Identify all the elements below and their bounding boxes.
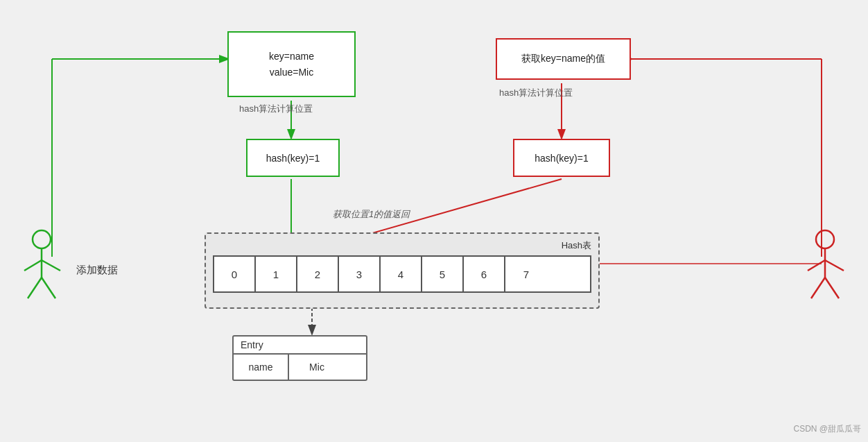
red-box-hash: hash(key)=1 [513,139,610,177]
svg-line-12 [24,260,42,271]
hash-cell-6: 6 [464,257,505,291]
svg-point-10 [33,230,51,248]
canvas: 添加数据 key=name value=Mic hash算法计算位置 hash(… [0,0,868,442]
svg-line-14 [28,278,42,298]
green-box-keyvalue: key=name value=Mic [227,31,356,97]
get-value-label: 获取位置1的值返回 [333,208,410,221]
hash-cell-1: 1 [256,257,297,291]
green-box-line1: key=name [269,49,314,64]
hash-table: 0 1 2 3 4 5 6 7 [213,255,591,293]
hash-cell-7: 7 [505,257,547,291]
hash-cell-5: 5 [422,257,464,291]
entry-row: name Mic [234,353,366,380]
svg-point-16 [816,230,834,248]
hash-algo-label-left: hash算法计算位置 [239,103,313,115]
hash-algo-label-right: hash算法计算位置 [499,87,573,99]
svg-line-18 [808,260,825,271]
hash-cell-0: 0 [214,257,256,291]
hash-cell-4: 4 [381,257,422,291]
hash-table-container: Hash表 0 1 2 3 4 5 6 7 [205,232,600,309]
entry-value: Mic [289,355,345,380]
left-stick-figure [17,229,66,305]
svg-line-13 [42,260,60,271]
green-box-line2: value=Mic [270,65,313,80]
hash-table-label: Hash表 [213,239,591,252]
right-stick-figure [801,229,849,305]
arrows-svg [0,0,868,442]
watermark: CSDN @甜瓜瓜哥 [793,423,861,435]
entry-key: name [234,355,289,380]
green-box-hash: hash(key)=1 [246,139,340,177]
entry-header: Entry [234,337,366,353]
hash-cell-2: 2 [297,257,339,291]
svg-line-15 [42,278,55,298]
entry-container: Entry name Mic [232,335,367,381]
svg-line-21 [825,278,839,298]
red-box-get: 获取key=name的值 [496,38,631,80]
hash-cell-3: 3 [339,257,381,291]
add-data-label: 添加数据 [76,264,118,277]
svg-line-20 [811,278,825,298]
svg-line-19 [825,260,844,271]
